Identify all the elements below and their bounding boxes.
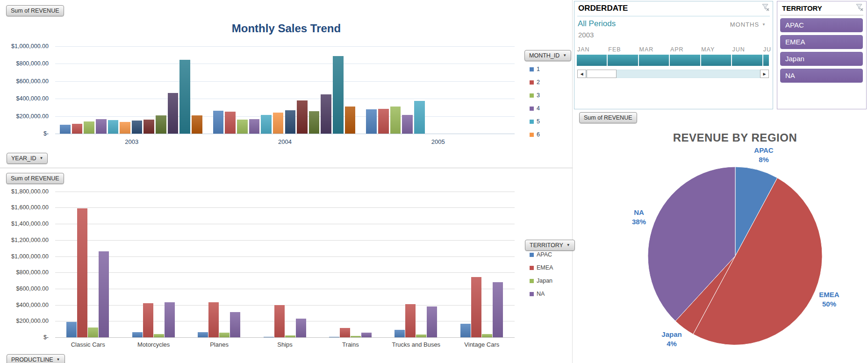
bar-motorcycles-apac xyxy=(132,332,143,337)
bar-2004-month-5 xyxy=(261,115,272,134)
timeline-selection-label: All Periods xyxy=(578,19,616,28)
legend-label: APAC xyxy=(537,251,552,258)
slicer-item-apac[interactable]: APAC xyxy=(780,18,863,32)
bar-classic-cars-na xyxy=(99,251,109,337)
y-axis-label: $200,000.00 xyxy=(0,318,49,324)
timeline-level-dropdown[interactable]: MONTHS ▼ xyxy=(730,21,766,28)
timeline-scroll-left-button[interactable]: ◀ xyxy=(577,70,586,78)
bar-vintage-cars-na xyxy=(493,282,503,337)
x-axis-year-label: 2005 xyxy=(431,138,445,145)
dropdown-caret-icon: ▼ xyxy=(762,22,766,27)
bar-2003-month-7 xyxy=(132,121,143,134)
legend-item-month-4: 4 xyxy=(530,105,540,112)
timeline-month-label[interactable]: JU xyxy=(763,46,771,53)
bar-2003-month-1 xyxy=(60,125,71,134)
pivot-field-button-sum-of-revenue-bottom[interactable]: Sum of REVENUE xyxy=(6,173,64,184)
pivot-field-button-sum-of-revenue-pie[interactable]: Sum of REVENUE xyxy=(579,112,637,123)
slicer-item-emea[interactable]: EMEA xyxy=(780,35,863,49)
timeline-month-label[interactable]: MAR xyxy=(639,46,654,53)
bar-2003-month-3 xyxy=(84,121,94,134)
legend-item-emea: EMEA xyxy=(530,264,553,271)
bar-2003-month-6 xyxy=(120,122,130,134)
legend-label: 1 xyxy=(537,66,540,72)
legend-swatch xyxy=(530,253,534,257)
bar-trucks-and-buses-emea xyxy=(405,304,416,337)
legend-label: 5 xyxy=(537,118,540,125)
legend-item-month-1: 1 xyxy=(530,66,540,72)
bar-planes-na xyxy=(230,312,240,337)
bar-2003-month-11 xyxy=(179,60,190,134)
y-axis-label: $1,600,000.00 xyxy=(0,204,49,211)
pivot-field-button-label: Sum of REVENUE xyxy=(584,113,632,122)
timeline-month-label[interactable]: JUN xyxy=(732,46,745,53)
legend-item-month-6: 6 xyxy=(530,131,540,138)
timeline-scroll-right-button[interactable]: ▶ xyxy=(760,70,769,78)
timeline-level-label: MONTHS xyxy=(730,21,759,28)
x-axis-category-label: Planes xyxy=(210,341,229,348)
bar-motorcycles-japan xyxy=(154,334,164,337)
y-axis-label: $1,800,000.00 xyxy=(0,188,49,195)
pivot-legend-button-month-id[interactable]: MONTH_ID ▼ xyxy=(524,50,571,61)
timeline-scroll-thumb[interactable] xyxy=(587,70,617,78)
legend-item-month-2: 2 xyxy=(530,79,540,85)
divider xyxy=(780,15,863,15)
gridline xyxy=(55,99,515,99)
x-axis-category-label: Trains xyxy=(342,341,359,348)
legend-swatch xyxy=(530,107,534,111)
legend-swatch xyxy=(530,292,534,296)
bar-2004-month-2 xyxy=(225,112,236,134)
orderdate-slicer-title: ORDERDATE xyxy=(578,4,628,13)
timeline-month-label[interactable]: JAN xyxy=(577,46,590,53)
slicer-item-japan[interactable]: Japan xyxy=(780,52,863,66)
pivot-legend-button-label: TERRITORY xyxy=(530,241,563,250)
pivot-axis-button-productline[interactable]: PRODUCTLINE ▼ xyxy=(7,354,65,363)
bar-trains-apac xyxy=(329,337,339,337)
clear-filter-icon[interactable] xyxy=(855,3,864,12)
bar-planes-emea xyxy=(208,302,219,337)
bar-ships-na xyxy=(296,319,306,337)
legend-label: 2 xyxy=(537,79,540,85)
bar-2003-month-4 xyxy=(96,119,107,134)
bar-classic-cars-japan xyxy=(88,327,98,337)
gridline xyxy=(55,289,515,289)
timeline-year-label: 2003 xyxy=(578,31,594,39)
legend-swatch xyxy=(530,93,534,98)
divider xyxy=(577,16,770,16)
bar-2005-month-4 xyxy=(402,115,413,134)
clear-filter-icon[interactable] xyxy=(761,3,770,12)
gridline xyxy=(55,305,515,306)
gridline xyxy=(55,46,515,47)
x-axis-line xyxy=(55,134,515,134)
timeline-selection-bar[interactable] xyxy=(577,55,769,66)
legend-label: Japan xyxy=(537,278,552,284)
bar-2005-month-1 xyxy=(366,109,377,134)
bar-2004-month-6 xyxy=(273,113,284,134)
x-axis-line xyxy=(55,337,515,338)
pivot-field-button-label: Sum of REVENUE xyxy=(11,6,59,15)
timeline-month-label[interactable]: APR xyxy=(670,46,684,53)
bar-vintage-cars-japan xyxy=(482,334,492,337)
pie-label-name: NA xyxy=(618,208,660,217)
y-axis-label: $200,000.00 xyxy=(0,113,49,120)
timeline-month-label[interactable]: MAY xyxy=(701,46,715,53)
y-axis-label: $1,000,000.00 xyxy=(0,43,49,50)
timeline-month-label[interactable]: FEB xyxy=(608,46,621,53)
pivot-field-button-sum-of-revenue-top[interactable]: Sum of REVENUE xyxy=(6,5,64,16)
bar-2003-month-5 xyxy=(108,120,119,134)
y-axis-label: $800,000.00 xyxy=(0,269,49,276)
pie-data-label-apac: APAC8% xyxy=(743,146,785,164)
legend-label: 4 xyxy=(537,105,540,112)
pie-data-label-japan: Japan4% xyxy=(651,330,693,349)
legend-swatch xyxy=(530,279,534,283)
bar-ships-apac xyxy=(264,337,274,337)
bar-2005-month-2 xyxy=(378,109,389,134)
pivot-axis-button-year-id[interactable]: YEAR_ID ▼ xyxy=(7,153,48,164)
x-axis-category-label: Classic Cars xyxy=(71,341,105,348)
pivot-legend-button-territory[interactable]: TERRITORY ▼ xyxy=(525,240,575,251)
legend-swatch xyxy=(530,266,534,270)
gridline xyxy=(55,256,515,257)
x-axis-category-label: Vintage Cars xyxy=(464,341,499,348)
y-axis-label: $400,000.00 xyxy=(0,95,49,102)
legend-item-month-5: 5 xyxy=(530,118,540,125)
slicer-item-na[interactable]: NA xyxy=(780,69,863,83)
